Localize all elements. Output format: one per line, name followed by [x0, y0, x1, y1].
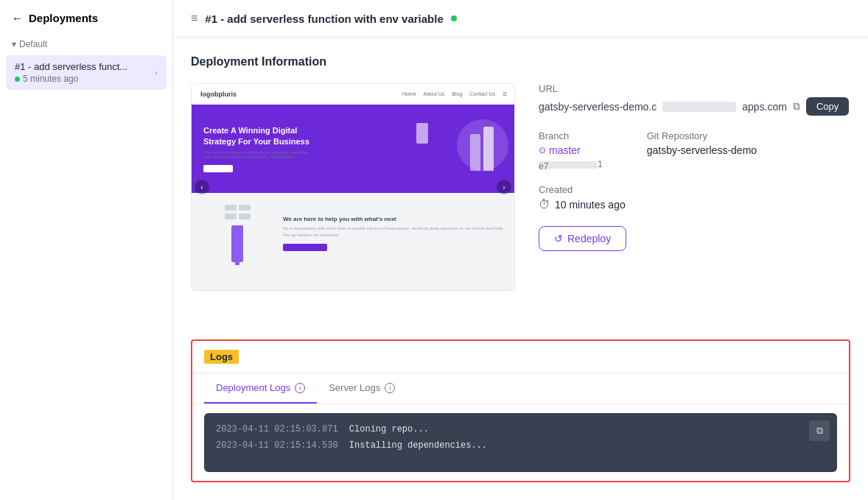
chevron-down-icon: ▾ [12, 39, 16, 49]
main-content: ≡ #1 - add serverless function with env … [173, 0, 868, 500]
url-suffix: apps.com [742, 101, 787, 113]
info-panel: URL gatsby-serverless-demo.c apps.com ⧉ … [539, 83, 850, 291]
url-info-row: URL gatsby-serverless-demo.c apps.com ⧉ … [539, 83, 850, 116]
preview-hero-illustration [413, 105, 508, 193]
redeploy-label: Redeploy [567, 233, 611, 244]
url-row: gatsby-serverless-demo.c apps.com ⧉ Copy [539, 97, 850, 116]
log-timestamp-2: 2023-04-11 02:15:14.530 [216, 440, 338, 451]
back-arrow-icon: ← [12, 12, 23, 24]
preview-image: logobpluris HomeAbout UsBlogContact Us☰ … [192, 84, 515, 290]
logs-terminal: ⧉ 2023-04-11 02:15:03.871 Cloning repo..… [204, 413, 837, 472]
preview-hero-content: Create A Winning Digital Strategy For Yo… [203, 125, 405, 173]
preview-right-text: As a consultancy with more than a quarte… [283, 225, 507, 238]
tab-server-logs[interactable]: Server Logs i [317, 373, 407, 404]
preview-box-row-1 [225, 205, 251, 211]
branch-label: Branch [539, 130, 603, 141]
url-masked [662, 102, 736, 112]
preview-right-btn [283, 244, 327, 251]
sidebar-group-label: ▾ Default [0, 36, 172, 55]
logs-label: Logs [204, 350, 239, 364]
preview-bottom-right: We are here to help you with what's next… [283, 200, 507, 267]
sidebar-item-title: #1 - add serverless funct... [15, 61, 127, 72]
git-repo-info: Git Repository gatsby-serverless-demo [647, 130, 757, 169]
log-line-2: 2023-04-11 02:15:14.530 Installing depen… [216, 438, 825, 454]
preview-nav-links: HomeAbout UsBlogContact Us☰ [402, 91, 507, 97]
preview-hero-figures [413, 112, 508, 186]
header-status-dot [451, 15, 457, 21]
github-icon: ⊙ [539, 145, 546, 155]
deployment-info-panel: logobpluris HomeAbout UsBlogContact Us☰ … [191, 83, 850, 291]
preview-figure-group [231, 225, 243, 262]
url-label: URL [539, 83, 850, 94]
preview-hero-subtext: We help you create an agile digital stra… [203, 150, 405, 159]
copy-button[interactable]: Copy [806, 97, 849, 116]
sidebar: ← Deployments ▾ Default #1 - add serverl… [0, 0, 173, 500]
clock-icon: ⏱ [539, 198, 550, 211]
preview-hero-text: Create A Winning Digital Strategy For Yo… [203, 125, 315, 148]
preview-box-row-2 [225, 214, 251, 219]
terminal-copy-button[interactable]: ⧉ [809, 420, 830, 441]
preview-bottom: We are here to help you with what's next… [192, 193, 515, 274]
sidebar-back-label: Deployments [29, 12, 98, 24]
url-copy-icon[interactable]: ⧉ [793, 100, 800, 113]
logs-header: Logs [192, 341, 849, 373]
scroll-left-arrow[interactable]: ‹ [195, 180, 209, 194]
tab-deployment-logs[interactable]: Deployment Logs i [204, 373, 317, 404]
content-area: Deployment Information logobpluris HomeA… [173, 38, 868, 339]
preview-hero-btn [203, 165, 233, 172]
git-repo-label: Git Repository [647, 130, 757, 141]
log-message-1: Cloning repo... [349, 424, 429, 434]
header-menu-icon: ≡ [191, 12, 197, 25]
chevron-right-icon: › [155, 68, 158, 78]
preview-right-title: We are here to help you with what's next [283, 216, 507, 222]
server-logs-label: Server Logs [329, 382, 380, 393]
created-label: Created [539, 184, 850, 195]
url-prefix: gatsby-serverless-demo.c [539, 101, 657, 113]
sidebar-item-content: #1 - add serverless funct... 5 minutes a… [15, 61, 127, 84]
log-message-2: Installing dependencies... [349, 440, 487, 451]
deployment-preview: logobpluris HomeAbout UsBlogContact Us☰ … [191, 83, 515, 291]
preview-nav: logobpluris HomeAbout UsBlogContact Us☰ [192, 84, 515, 105]
logs-tabs: Deployment Logs i Server Logs i [192, 373, 849, 404]
status-dot-green [15, 77, 20, 82]
preview-bottom-left [200, 200, 274, 267]
deployment-logs-info-icon[interactable]: i [295, 383, 305, 393]
server-logs-info-icon[interactable]: i [385, 383, 395, 393]
scroll-right-arrow[interactable]: › [497, 180, 511, 194]
redeploy-icon: ↺ [554, 233, 563, 244]
logs-section: Logs Deployment Logs i Server Logs i ⧉ 2… [191, 339, 850, 482]
created-time: 10 minutes ago [555, 199, 626, 211]
log-line-1: 2023-04-11 02:15:03.871 Cloning repo... [216, 422, 825, 438]
sidebar-item-deployment[interactable]: #1 - add serverless funct... 5 minutes a… [6, 55, 167, 90]
log-timestamp-1: 2023-04-11 02:15:03.871 [216, 424, 338, 434]
deployment-logs-label: Deployment Logs [216, 382, 290, 393]
branch-link[interactable]: ⊙ master [539, 144, 603, 156]
figures [470, 127, 494, 171]
branch-name: master [549, 144, 581, 156]
git-repo-name: gatsby-serverless-demo [647, 144, 757, 156]
sidebar-item-meta: 5 minutes ago [15, 74, 127, 84]
branch-git-row: Branch ⊙ master e71 Git Repository gatsb… [539, 130, 850, 169]
preview-nav-logo: logobpluris [200, 91, 237, 98]
section-title: Deployment Information [191, 55, 850, 68]
branch-info: Branch ⊙ master e71 [539, 130, 603, 169]
redeploy-button[interactable]: ↺ Redeploy [539, 226, 626, 251]
page-header: ≡ #1 - add serverless function with env … [173, 0, 868, 38]
preview-hero: Create A Winning Digital Strategy For Yo… [192, 105, 515, 193]
back-to-deployments[interactable]: ← Deployments [0, 12, 172, 36]
page-title: #1 - add serverless function with env va… [205, 13, 443, 25]
created-value: ⏱ 10 minutes ago [539, 198, 850, 211]
commit-hash: e71 [539, 159, 603, 169]
created-info-row: Created ⏱ 10 minutes ago [539, 184, 850, 211]
